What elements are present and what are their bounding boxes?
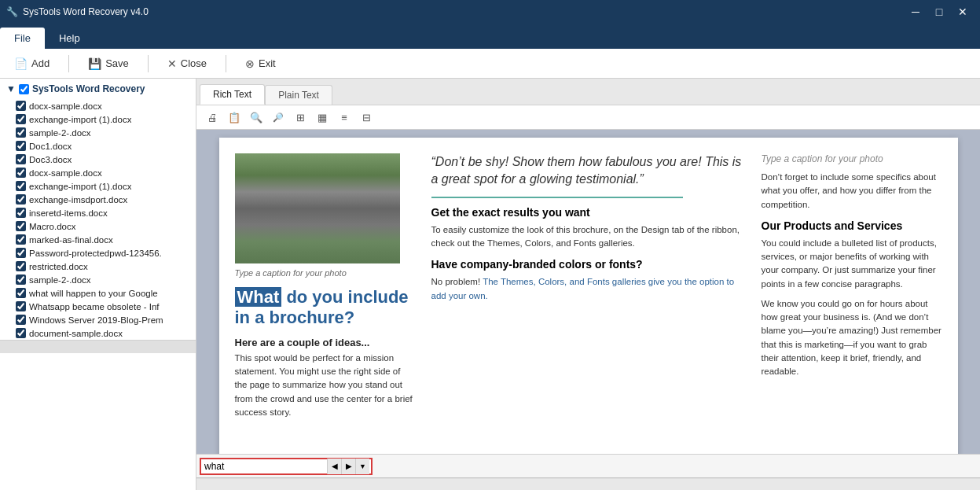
teal-divider (431, 197, 683, 198)
close-window-button[interactable]: ✕ (952, 3, 974, 20)
col2-heading-1: Get the exact results you want (431, 206, 746, 219)
file-checkbox-12[interactable] (16, 261, 26, 271)
file-checkbox-15[interactable] (16, 301, 26, 311)
doc-column-3: Type a caption for your photo Don’t forg… (762, 153, 942, 454)
file-label-13: sample-2-.docx (29, 275, 91, 285)
heading-highlight: What (235, 287, 282, 307)
list-item[interactable]: exchange-import (1).docx (0, 112, 196, 126)
col3-body-1: Don’t forget to include some specifics a… (762, 171, 942, 212)
exit-button[interactable]: ⊗ Exit (240, 54, 281, 73)
menu-file[interactable]: File (0, 28, 45, 49)
list-item[interactable]: exchange-import (1).docx (0, 179, 196, 193)
list-item[interactable]: docx-sample.docx (0, 99, 196, 112)
file-label-6: exchange-import (1).docx (29, 182, 131, 191)
sidebar-horizontal-scrollbar[interactable] (0, 341, 196, 353)
list-item[interactable]: document-sample.docx (0, 326, 196, 340)
col2-body-1: To easily customize the look of this bro… (431, 223, 746, 251)
file-checkbox-2[interactable] (16, 127, 26, 138)
file-checkbox-13[interactable] (16, 274, 26, 285)
minimize-button[interactable]: ─ (905, 3, 927, 20)
col2-body-2: No problem! The Themes, Colors, and Font… (431, 275, 746, 303)
doc-main-heading: What do you include in a brochure? (235, 287, 416, 329)
file-checkbox-1[interactable] (16, 114, 26, 124)
zoom-in-button[interactable]: 🔍 (247, 109, 266, 126)
horizontal-scrollbar[interactable] (196, 479, 980, 490)
file-label-15: Whatsapp became obsolete - Inf (29, 302, 160, 311)
road-image (235, 153, 400, 263)
file-checkbox-7[interactable] (16, 194, 26, 204)
close-button[interactable]: ✕ Close (163, 54, 211, 73)
menu-help[interactable]: Help (45, 28, 94, 49)
list-item[interactable]: inseretd-items.docx (0, 206, 196, 219)
copy-button[interactable]: 📋 (225, 109, 244, 126)
sidebar-root-label: SysTools Word Recovery (32, 83, 145, 94)
file-checkbox-5[interactable] (16, 168, 26, 178)
list-item[interactable]: Windows Server 2019-Blog-Prem (0, 313, 196, 326)
search-prev-button[interactable]: ◀ (327, 459, 341, 474)
file-checkbox-17[interactable] (16, 328, 26, 338)
view-mode-3-button[interactable]: ≡ (335, 109, 354, 126)
list-item[interactable]: Macro.docx (0, 219, 196, 233)
view-mode-4-button[interactable]: ⊟ (357, 109, 376, 126)
col3-body-2: You could include a bulleted list of pro… (762, 237, 942, 291)
list-item[interactable]: sample-2-.docx (0, 273, 196, 286)
list-item[interactable]: Password-protectedpwd-123456. (0, 246, 196, 260)
view-mode-2-button[interactable]: ▦ (313, 109, 332, 126)
file-label-8: inseretd-items.docx (29, 208, 108, 218)
file-checkbox-10[interactable] (16, 234, 26, 245)
col3-heading-1: Our Products and Services (762, 219, 942, 232)
app-title: SysTools Word Recovery v4.0 (23, 6, 149, 17)
right-panel: Rich Text Plain Text 🖨 📋 🔍 🔎 ⊞ ▦ ≡ ⊟ Ty (196, 79, 980, 490)
file-checkbox-11[interactable] (16, 248, 26, 258)
list-item[interactable]: sample-2-.docx (0, 126, 196, 139)
tab-plain-text[interactable]: Plain Text (265, 85, 332, 105)
view-mode-1-button[interactable]: ⊞ (291, 109, 310, 126)
list-item[interactable]: what will happen to your Google (0, 286, 196, 300)
file-checkbox-8[interactable] (16, 208, 26, 218)
toolbar: 📄 Add 💾 Save ✕ Close ⊗ Exit (0, 49, 980, 79)
list-item[interactable]: exchange-imsdport.docx (0, 193, 196, 206)
zoom-out-button[interactable]: 🔎 (269, 109, 288, 126)
list-item[interactable]: docx-sample.docx (0, 166, 196, 179)
exit-label: Exit (259, 57, 276, 69)
file-label-5: docx-sample.docx (29, 168, 102, 178)
file-checkbox-9[interactable] (16, 221, 26, 231)
file-label-3: Doc1.docx (29, 142, 72, 151)
save-button[interactable]: 💾 Save (83, 54, 134, 73)
list-item[interactable]: restricted.docx (0, 260, 196, 273)
tab-rich-text[interactable]: Rich Text (200, 84, 265, 105)
add-button[interactable]: 📄 Add (9, 54, 54, 73)
file-checkbox-3[interactable] (16, 141, 26, 151)
search-dropdown-button[interactable]: ▼ (355, 459, 369, 474)
close-label: Close (181, 57, 207, 69)
col2-body-2-blue: The Themes, Colors, and Fonts galleries … (431, 277, 735, 300)
file-checkbox-6[interactable] (16, 181, 26, 191)
file-label-17: document-sample.docx (29, 329, 123, 338)
list-item[interactable]: Doc3.docx (0, 153, 196, 166)
document-area[interactable]: Type a caption for your photo What do yo… (196, 130, 980, 454)
search-next-button[interactable]: ▶ (341, 459, 355, 474)
file-label-7: exchange-imsdport.docx (29, 195, 127, 204)
file-label-11: Password-protectedpwd-123456. (29, 249, 162, 258)
list-item[interactable]: marked-as-final.docx (0, 233, 196, 246)
list-item[interactable]: Doc1.docx (0, 139, 196, 153)
file-checkbox-0[interactable] (16, 101, 26, 111)
title-bar-left: 🔧 SysTools Word Recovery v4.0 (6, 6, 149, 17)
testimonial-text: “Don’t be shy! Show them how fabulous yo… (431, 153, 746, 189)
doc-photo (235, 153, 400, 263)
search-input[interactable] (201, 461, 327, 472)
file-label-9: Macro.docx (29, 222, 75, 231)
print-button[interactable]: 🖨 (203, 109, 222, 126)
file-checkbox-4[interactable] (16, 154, 26, 164)
file-checkbox-14[interactable] (16, 288, 26, 298)
toolbar-sep-2 (148, 55, 149, 72)
sidebar-root-checkbox[interactable] (19, 84, 29, 94)
maximize-button[interactable]: □ (928, 3, 950, 20)
doc-subheading: Here are a couple of ideas... (235, 337, 416, 348)
file-checkbox-16[interactable] (16, 315, 26, 325)
col2-heading-2: Have company-branded colors or fonts? (431, 258, 746, 271)
list-item[interactable]: Whatsapp became obsolete - Inf (0, 300, 196, 313)
file-label-14: what will happen to your Google (29, 289, 158, 298)
menu-bar: File Help (0, 24, 980, 49)
search-box[interactable]: ◀ ▶ ▼ (200, 458, 373, 475)
